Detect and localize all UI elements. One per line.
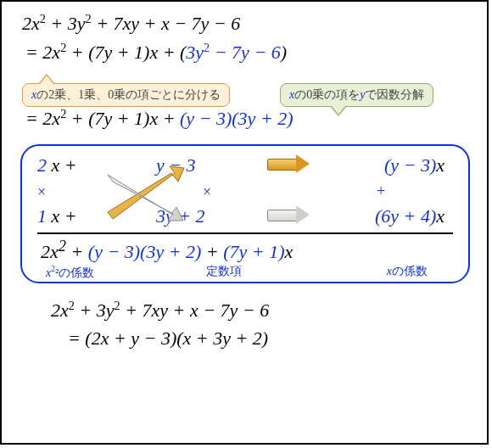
callout-factor-constant: xの0乗の項をyで因数分解 — [280, 83, 433, 107]
tasuki-times-left: × — [37, 180, 105, 202]
label-x-coef: xの係数 — [309, 264, 453, 281]
tasuki-r2-arrow — [258, 205, 317, 227]
tasuki-sum: 2x2 + (y − 3)(3y + 2) + (7y + 1)x — [41, 238, 453, 263]
tasuki-col-labels: x2²の係数 定数項 xの係数 — [37, 264, 453, 281]
tasuki-r1-arrow — [258, 154, 317, 176]
tasuki-r2-prod: (6y + 4)x — [317, 205, 444, 227]
tasuki-r1-prod: (y − 3)x — [317, 154, 444, 176]
final-original: 2x2 + 3y2 + 7xy + x − 7y − 6 — [51, 297, 475, 324]
tasuki-rule — [37, 232, 453, 234]
orig-expression: 2x2 + 3y2 + 7xy + x − 7y − 6 — [22, 10, 475, 37]
tasuki-r2-lead: 1 x + — [37, 205, 105, 227]
tasuki-plus: + — [317, 182, 444, 200]
factored-constant-line: = 2x2 + (7y + 1)x + (y − 3)(3y + 2) — [25, 105, 475, 132]
arrow-right-gold-icon — [267, 156, 308, 171]
tasuki-grid: 2 x + y − 3 (y − 3)x × × + — [37, 154, 453, 227]
final-factored: = (2x + y − 3)(x + 3y + 2) — [68, 326, 475, 352]
callout-split-by-power: xの2乗、1乗、0乗の項ごとに分ける — [22, 83, 230, 107]
label-x2-coef: x2²の係数 — [37, 264, 139, 281]
tasuki-times-mid: × — [156, 180, 258, 202]
tasuki-r1-const: y − 3 — [156, 154, 258, 176]
tasuki-box: 2 x + y − 3 (y − 3)x × × + — [20, 144, 470, 283]
tasuki-r2-const: 3y + 2 — [156, 205, 258, 227]
grouped-expression: = 2x2 + (7y + 1)x + (3y2 − 7y − 6) — [25, 39, 475, 66]
arrow-right-grey-icon — [267, 207, 308, 222]
tasuki-r1-lead: 2 x + — [37, 154, 105, 176]
worksheet-frame: 2x2 + 3y2 + 7xy + x − 7y − 6 = 2x2 + (7y… — [0, 0, 489, 445]
label-const-term: 定数項 — [139, 264, 309, 281]
